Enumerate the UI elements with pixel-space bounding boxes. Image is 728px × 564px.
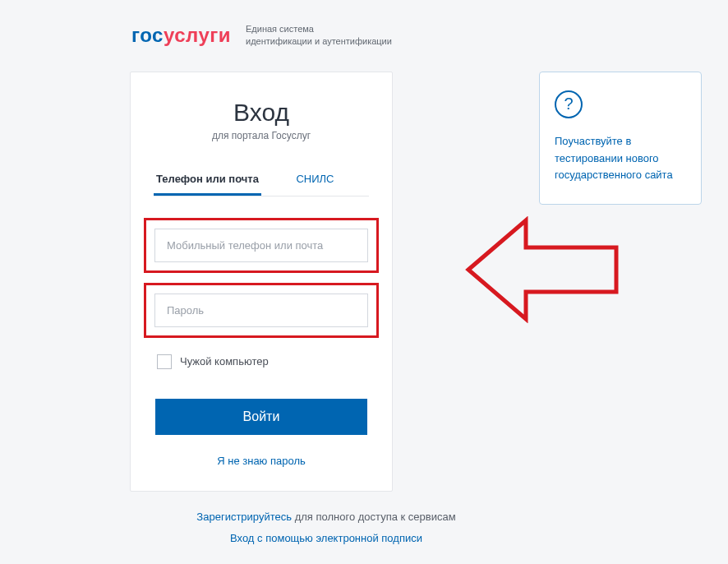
content: Вход для портала Госуслуг Телефон или по… — [0, 49, 728, 549]
login-subtitle: для портала Госуслуг — [131, 130, 392, 141]
password-field-highlight — [144, 283, 379, 338]
login-card: Вход для портала Госуслуг Телефон или по… — [130, 72, 393, 492]
tagline-line1: Единая система — [246, 23, 392, 35]
password-input[interactable] — [154, 294, 368, 327]
logo-prefix: гос — [131, 24, 164, 46]
login-tabs: Телефон или почта СНИЛС — [154, 164, 369, 196]
info-card: ? Поучаствуйте в тестировании нового гос… — [539, 72, 702, 205]
form-section — [131, 196, 392, 338]
footer-links: Зарегистрируйтесь для полного доступа к … — [130, 492, 523, 549]
help-icon: ? — [555, 90, 583, 118]
header: госуслуги Единая система идентификации и… — [0, 0, 728, 49]
esignature-link[interactable]: Вход с помощью электронной подписи — [230, 532, 422, 544]
tab-snils[interactable]: СНИЛС — [261, 164, 369, 196]
login-column: Вход для портала Госуслуг Телефон или по… — [130, 72, 523, 549]
register-link[interactable]: Зарегистрируйтесь — [196, 511, 292, 523]
login-input[interactable] — [154, 229, 368, 262]
login-title: Вход — [131, 99, 392, 127]
login-field-highlight — [144, 218, 379, 273]
info-text-link[interactable]: Поучаствуйте в тестировании нового госуд… — [555, 133, 686, 184]
tab-phone-email[interactable]: Телефон или почта — [154, 164, 261, 196]
forgot-password-link[interactable]: Я не знаю пароль — [217, 455, 306, 467]
tagline-line2: идентификации и аутентификации — [246, 35, 392, 48]
foreign-computer-row: Чужой компьютер — [131, 348, 392, 369]
foreign-computer-label: Чужой компьютер — [180, 355, 269, 368]
tagline: Единая система идентификации и аутентифи… — [246, 23, 392, 49]
register-suffix: для полного доступа к сервисам — [292, 511, 456, 523]
logo: госуслуги — [131, 24, 231, 47]
login-button[interactable]: Войти — [155, 399, 367, 435]
foreign-computer-checkbox[interactable] — [157, 354, 172, 369]
logo-suffix: услуги — [164, 24, 231, 46]
register-row: Зарегистрируйтесь для полного доступа к … — [130, 506, 523, 528]
